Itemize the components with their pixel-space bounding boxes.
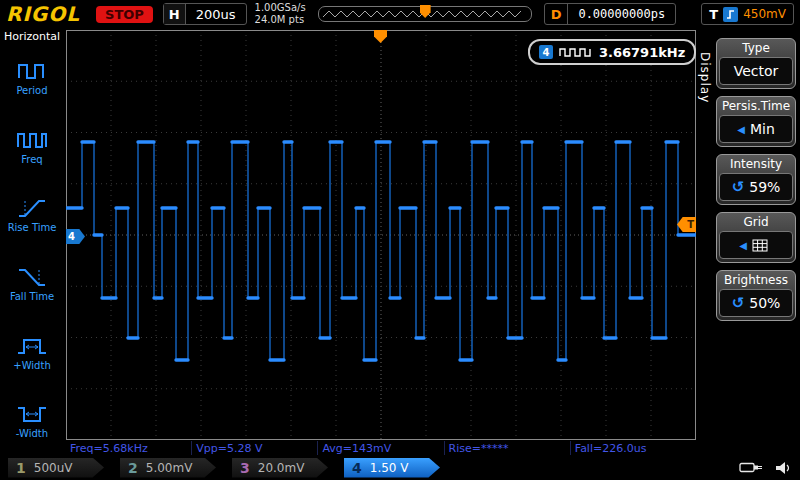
measurement-fall: Fall=226.0us xyxy=(570,441,696,455)
counter-channel-badge: 4 xyxy=(539,45,553,59)
menu-item-grid[interactable]: Grid ◀ xyxy=(716,212,796,263)
measurement-avg: Avg=143mV xyxy=(317,441,443,455)
trigger-level-value: 450mV xyxy=(743,7,786,21)
display-menu-panel: Display Type Vector Persis.Time ◀ Min In… xyxy=(700,28,800,455)
horizontal-menu: Horizontal Period Freq Rise Time xyxy=(0,28,64,455)
measurement-freq: Freq=5.68kHz xyxy=(66,441,191,455)
oscilloscope-screen: RIGOL STOP H 200us 1.00GSa/s 24.0M pts D… xyxy=(0,0,800,480)
channel-4-indicator[interactable]: 4 1.50 V xyxy=(344,458,440,478)
edge-trigger-icon xyxy=(723,7,738,22)
period-icon xyxy=(16,59,48,83)
delay-group: D 0.00000000ps xyxy=(544,3,677,25)
delay-value: 0.00000000ps xyxy=(568,7,675,21)
freq-icon xyxy=(16,128,48,152)
menu-item-intensity[interactable]: Intensity ↺ 59% xyxy=(716,154,796,205)
channel-2-indicator[interactable]: 2 5.00mV xyxy=(120,458,216,478)
intensity-value: ↺ 59% xyxy=(719,173,793,201)
horizontal-timebase-group[interactable]: H 200us xyxy=(163,3,247,25)
menu-item-rise-time[interactable]: Rise Time xyxy=(0,180,64,249)
rotate-knob-icon: ↺ xyxy=(732,296,745,311)
menu-item-persis-time[interactable]: Persis.Time ◀ Min xyxy=(716,96,796,147)
graticule: 4 T 4 3.66791kHz xyxy=(66,30,696,440)
minus-width-icon xyxy=(16,402,48,426)
menu-item-period[interactable]: Period xyxy=(0,43,64,112)
usb-icon xyxy=(739,461,763,474)
menu-item-plus-width[interactable]: +Width xyxy=(0,318,64,387)
timebase-value: 200us xyxy=(186,7,246,22)
trigger-label: T xyxy=(709,7,718,22)
persis-time-value: ◀ Min xyxy=(719,115,793,143)
type-value: Vector xyxy=(719,57,793,85)
waveform-display xyxy=(66,30,696,440)
acquisition-info: 1.00GSa/s 24.0M pts xyxy=(255,2,306,26)
channel-3-indicator[interactable]: 3 20.0mV xyxy=(232,458,328,478)
rotate-knob-icon: ↺ xyxy=(732,180,745,195)
delay-label: D xyxy=(545,4,569,24)
channel-1-indicator[interactable]: 1 500uV xyxy=(8,458,104,478)
menu-item-fall-time[interactable]: Fall Time xyxy=(0,249,64,318)
left-arrow-icon: ◀ xyxy=(739,240,747,251)
menu-item-minus-width[interactable]: -Width xyxy=(0,386,64,455)
grid-value: ◀ xyxy=(719,231,793,259)
sample-rate: 1.00GSa/s xyxy=(255,2,306,14)
menu-tab-display: Display xyxy=(698,52,712,103)
horizontal-position-strip[interactable] xyxy=(318,6,532,22)
left-menu-title: Horizontal xyxy=(4,30,60,43)
rigol-logo: RIGOL xyxy=(6,2,80,26)
speaker-icon xyxy=(775,461,792,475)
frequency-counter-badge: 4 3.66791kHz xyxy=(528,39,696,65)
left-arrow-icon: ◀ xyxy=(737,124,745,135)
display-menu: Type Vector Persis.Time ◀ Min Intensity … xyxy=(716,38,796,321)
measurement-vpp: Vpp=5.28 V xyxy=(191,441,317,455)
measurement-rise: Rise=***** xyxy=(444,441,570,455)
channel-status-bar: 1 500uV 2 5.00mV 3 20.0mV 4 1.50 V xyxy=(0,455,800,480)
menu-item-freq[interactable]: Freq xyxy=(0,112,64,181)
plus-width-icon xyxy=(16,334,48,358)
grid-lines xyxy=(66,30,696,440)
measurement-bar: Freq=5.68kHz Vpp=5.28 V Avg=143mV Rise=*… xyxy=(66,441,696,455)
trigger-info-group[interactable]: T 450mV xyxy=(701,3,794,25)
pulse-icon xyxy=(559,47,593,58)
menu-item-type[interactable]: Type Vector xyxy=(716,38,796,89)
header-bar: RIGOL STOP H 200us 1.00GSa/s 24.0M pts D… xyxy=(0,0,800,28)
menu-item-brightness[interactable]: Brightness ↺ 50% xyxy=(716,270,796,321)
waveform-vertical-edges xyxy=(82,142,678,360)
rise-time-icon xyxy=(16,196,48,220)
counter-frequency-value: 3.66791kHz xyxy=(599,45,685,60)
status-icons xyxy=(739,461,792,475)
fall-time-icon xyxy=(16,265,48,289)
brightness-value: ↺ 50% xyxy=(719,289,793,317)
memory-depth: 24.0M pts xyxy=(255,14,306,26)
grid-icon xyxy=(752,239,768,252)
horizontal-label: H xyxy=(164,4,186,24)
run-stop-button[interactable]: STOP xyxy=(96,6,153,23)
